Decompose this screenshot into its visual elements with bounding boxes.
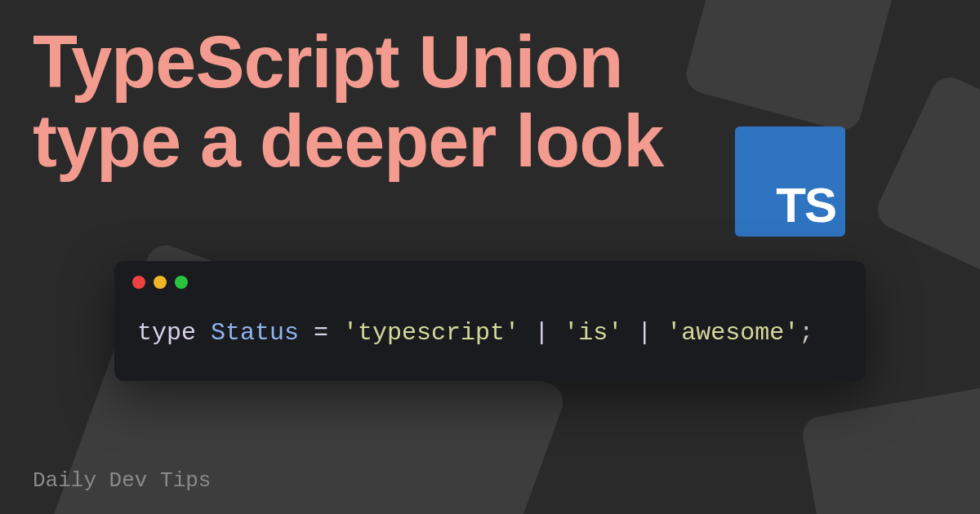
typescript-logo-icon: TS	[735, 126, 845, 237]
maximize-icon	[175, 276, 188, 289]
token-semicolon: ;	[799, 319, 813, 347]
token-pipe: |	[519, 319, 564, 347]
code-content: type Status = 'typescript' | 'is' | 'awe…	[114, 299, 866, 381]
page-title: TypeScript Union type a deeper look	[33, 23, 768, 181]
content-container: TypeScript Union type a deeper look TS t…	[0, 0, 980, 514]
footer-text: Daily Dev Tips	[33, 468, 211, 493]
minimize-icon	[154, 276, 167, 289]
token-type-name: Status	[211, 319, 299, 347]
token-string: 'awesome'	[666, 319, 799, 347]
window-controls	[114, 261, 866, 299]
token-keyword: type	[137, 319, 196, 347]
code-window: type Status = 'typescript' | 'is' | 'awe…	[114, 261, 866, 381]
token-equals: =	[299, 319, 343, 347]
token-string: 'typescript'	[343, 319, 519, 347]
token-string: 'is'	[564, 319, 622, 347]
token-pipe: |	[622, 319, 666, 347]
typescript-logo-text: TS	[776, 181, 835, 230]
close-icon	[132, 276, 145, 289]
